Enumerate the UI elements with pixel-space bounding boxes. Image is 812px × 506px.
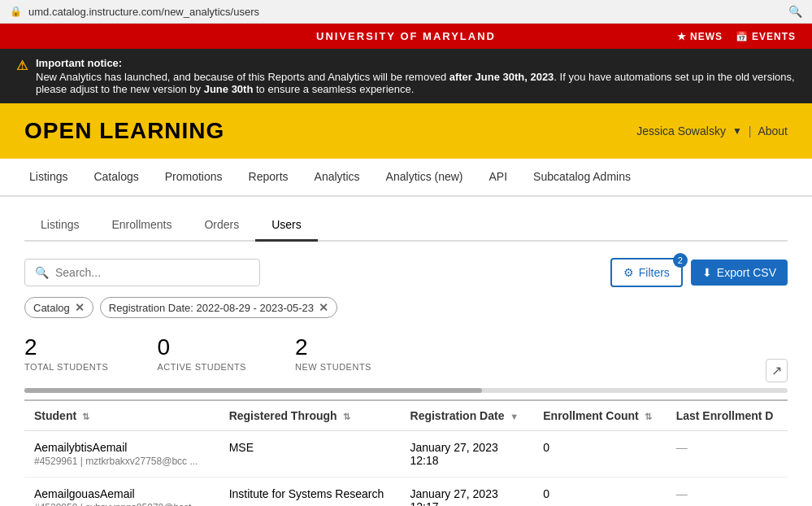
nav-item-reports[interactable]: Reports xyxy=(236,159,302,197)
reg-time-1: 12:18 xyxy=(410,454,524,467)
student-sort-icon: ⇅ xyxy=(82,412,89,421)
nav-item-catalogs[interactable]: Catalogs xyxy=(80,159,151,197)
tab-orders[interactable]: Orders xyxy=(188,210,255,242)
nav-item-promotions[interactable]: Promotions xyxy=(152,159,236,197)
date-filter-chip: Registration Date: 2022-08-29 - 2023-05-… xyxy=(100,297,337,318)
col-registered[interactable]: Registered Through ⇅ xyxy=(219,400,401,431)
tab-enrollments[interactable]: Enrollments xyxy=(95,210,188,242)
col-last-enrollment-label: Last Enrollment D xyxy=(676,409,774,422)
expand-icon[interactable]: ↗ xyxy=(766,359,788,382)
browser-search-icon: 🔍 xyxy=(788,5,802,18)
search-icon: 🔍 xyxy=(35,266,49,279)
col-enrollment-label: Enrollment Count xyxy=(543,409,638,422)
site-logo: OPEN LEARNING xyxy=(24,118,224,144)
student-name-1: AemailybtisAemail xyxy=(34,441,210,454)
reg-time-2: 12:17 xyxy=(410,500,524,506)
notice-text-end: to ensure a seamless experience. xyxy=(253,83,414,95)
student-name-2: AemailgouasAemail xyxy=(34,487,210,500)
scroll-thumb xyxy=(24,388,482,393)
catalog-chip-remove[interactable]: ✕ xyxy=(75,301,85,314)
student-cell-1: AemailybtisAemail #4529961 | mztkrbakxv2… xyxy=(24,431,219,478)
enrollment-count-2: 0 xyxy=(543,487,549,500)
main-nav: Listings Catalogs Promotions Reports Ana… xyxy=(0,159,812,197)
catalog-chip-label: Catalog xyxy=(33,302,70,314)
col-last-enrollment: Last Enrollment D xyxy=(667,400,788,431)
calendar-icon: 📅 xyxy=(736,31,749,42)
nav-item-subcatalog-admins[interactable]: Subcatalog Admins xyxy=(520,159,644,197)
search-input[interactable] xyxy=(55,266,250,279)
student-meta-1: #4529961 | mztkrbakxv27758@bcc ... xyxy=(34,456,210,467)
search-filter-row: 🔍 ⚙ Filters 2 ⬇ Export CSV xyxy=(24,258,788,287)
new-students-label: NEW STUDENTS xyxy=(295,362,371,372)
separator: | xyxy=(749,124,752,137)
col-reg-date[interactable]: Registration Date ▼ xyxy=(401,400,534,431)
events-label: EVENTS xyxy=(752,31,796,42)
enrollment-count-1: 0 xyxy=(543,441,549,454)
col-student-label: Student xyxy=(34,409,76,422)
username: Jessica Sowalsky xyxy=(636,124,726,137)
nav-item-listings[interactable]: Listings xyxy=(16,159,80,197)
table-row: AemailybtisAemail #4529961 | mztkrbakxv2… xyxy=(24,431,788,478)
student-meta-2: #4529959 | svbsvynpns85970@bcct ... xyxy=(34,502,210,506)
reg-date-cell-2: January 27, 2023 12:17 xyxy=(401,478,534,507)
user-dropdown-arrow[interactable]: ▼ xyxy=(732,125,742,137)
reg-date-sort-icon: ▼ xyxy=(510,412,519,421)
top-links: ★ NEWS 📅 EVENTS xyxy=(677,31,796,42)
news-label: NEWS xyxy=(690,31,723,42)
nav-item-analytics-new[interactable]: Analytics (new) xyxy=(373,159,476,197)
notice-bar: ⚠ Important notice: New Analytics has la… xyxy=(0,49,812,103)
col-registered-label: Registered Through xyxy=(229,409,337,422)
total-students-label: TOTAL STUDENTS xyxy=(24,362,108,372)
filter-icon: ⚙ xyxy=(623,266,634,279)
export-csv-button[interactable]: ⬇ Export CSV xyxy=(691,260,788,286)
table-row: AemailgouasAemail #4529959 | svbsvynpns8… xyxy=(24,478,788,507)
about-link[interactable]: About xyxy=(758,124,788,137)
tab-listings[interactable]: Listings xyxy=(24,210,95,242)
date-chip-label: Registration Date: 2022-08-29 - 2023-05-… xyxy=(109,302,314,314)
top-red-bar: UNIVERSITY OF MARYLAND ★ NEWS 📅 EVENTS xyxy=(0,24,812,49)
reg-date-1: January 27, 2023 xyxy=(410,441,524,454)
user-info: Jessica Sowalsky ▼ | About xyxy=(636,124,788,137)
registered-sort-icon: ⇅ xyxy=(343,412,350,421)
date-chip-remove[interactable]: ✕ xyxy=(319,301,328,314)
last-enrollment-cell-2: — xyxy=(667,478,788,507)
registered-through-1: MSE xyxy=(229,441,254,454)
notice-bold2: June 30th xyxy=(204,83,254,95)
registered-through-2: Institute for Systems Research xyxy=(229,487,384,500)
action-buttons: ⚙ Filters 2 ⬇ Export CSV xyxy=(610,258,788,287)
stat-total-students: 2 TOTAL STUDENTS xyxy=(24,334,108,372)
filter-count-badge: 2 xyxy=(673,253,688,268)
filters-label: Filters xyxy=(639,266,670,279)
nav-item-api[interactable]: API xyxy=(476,159,521,197)
content-area: Listings Enrollments Orders Users 🔍 ⚙ Fi… xyxy=(0,197,812,506)
export-label: Export CSV xyxy=(717,266,776,279)
events-link[interactable]: 📅 EVENTS xyxy=(736,31,796,42)
col-reg-date-label: Registration Date xyxy=(410,409,505,422)
table-scroll-bar[interactable] xyxy=(24,388,788,393)
filter-chips: Catalog ✕ Registration Date: 2022-08-29 … xyxy=(24,297,788,318)
stat-active-students: 0 ACTIVE STUDENTS xyxy=(157,334,246,372)
stat-new-students: 2 NEW STUDENTS xyxy=(295,334,371,372)
last-enrollment-cell-1: — xyxy=(667,431,788,478)
lock-icon: 🔒 xyxy=(10,6,22,17)
news-link[interactable]: ★ NEWS xyxy=(677,31,723,42)
nav-item-analytics[interactable]: Analytics xyxy=(302,159,373,197)
enrollment-count-cell-2: 0 xyxy=(533,478,666,507)
col-student[interactable]: Student ⇅ xyxy=(24,400,219,431)
enrollment-sort-icon: ⇅ xyxy=(645,412,652,421)
col-enrollment-count[interactable]: Enrollment Count ⇅ xyxy=(533,400,666,431)
filters-button[interactable]: ⚙ Filters 2 xyxy=(610,258,683,287)
tab-users[interactable]: Users xyxy=(255,210,318,242)
total-students-number: 2 xyxy=(24,334,108,360)
university-name: UNIVERSITY OF MARYLAND xyxy=(316,30,496,42)
student-cell-2: AemailgouasAemail #4529959 | svbsvynpns8… xyxy=(24,478,219,507)
registered-through-cell-2: Institute for Systems Research xyxy=(219,478,401,507)
warning-icon: ⚠ xyxy=(16,58,28,73)
registered-through-cell-1: MSE xyxy=(219,431,401,478)
search-box[interactable]: 🔍 xyxy=(24,259,260,286)
enrollment-count-cell-1: 0 xyxy=(533,431,666,478)
last-enrollment-1: — xyxy=(676,441,688,454)
table-header-row: Student ⇅ Registered Through ⇅ Registrat… xyxy=(24,400,788,431)
active-students-label: ACTIVE STUDENTS xyxy=(157,362,246,372)
sub-tabs: Listings Enrollments Orders Users xyxy=(24,210,788,242)
